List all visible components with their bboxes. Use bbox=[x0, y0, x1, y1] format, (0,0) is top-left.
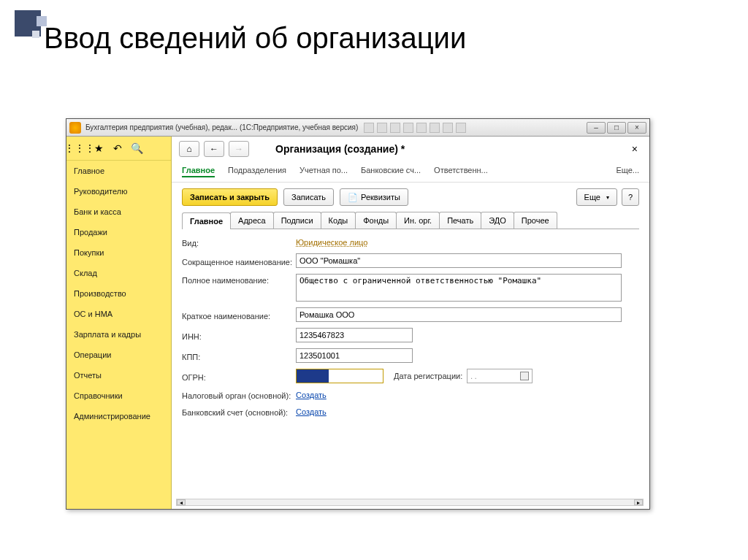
scroll-right-icon[interactable]: ▸ bbox=[634, 499, 643, 505]
sidebar-item-manager[interactable]: Руководителю bbox=[66, 181, 171, 202]
calc-icon[interactable] bbox=[416, 123, 427, 133]
window-title: Бухгалтерия предприятия (учебная), редак… bbox=[85, 123, 358, 131]
requisites-button[interactable]: 📄Реквизиты bbox=[340, 188, 408, 206]
sidebar-item-assets[interactable]: ОС и НМА bbox=[66, 304, 171, 324]
bank-label: Банковский счет (основной): bbox=[182, 406, 296, 417]
sidebar-item-main[interactable]: Главное bbox=[66, 161, 171, 181]
sub-tabs: Главное Адреса Подписи Коды Фонды Ин. ор… bbox=[182, 212, 639, 229]
app-logo-icon bbox=[69, 122, 81, 134]
action-row: Записать и закрыть Записать 📄Реквизиты Е… bbox=[172, 183, 649, 212]
minimize-button[interactable]: – bbox=[587, 122, 606, 134]
tab-accounting[interactable]: Учетная по... bbox=[299, 164, 348, 177]
sheet-icon: 📄 bbox=[348, 193, 358, 202]
tab-bank-accounts[interactable]: Банковские сч... bbox=[361, 164, 421, 177]
subtab-foreign[interactable]: Ин. орг. bbox=[396, 212, 440, 229]
brief-name-input[interactable] bbox=[296, 307, 622, 322]
scroll-left-icon[interactable]: ◂ bbox=[177, 499, 186, 505]
apps-icon[interactable]: ⋮⋮⋮ bbox=[74, 142, 85, 154]
window-titlebar: Бухгалтерия предприятия (учебная), редак… bbox=[66, 119, 649, 137]
clock-icon[interactable] bbox=[403, 123, 413, 133]
sidebar-item-reports[interactable]: Отчеты bbox=[66, 365, 171, 386]
app-window: Бухгалтерия предприятия (учебная), редак… bbox=[66, 118, 650, 510]
subtab-main[interactable]: Главное bbox=[182, 212, 231, 229]
forward-button[interactable]: → bbox=[229, 141, 249, 157]
subtab-codes[interactable]: Коды bbox=[321, 212, 356, 229]
tab-responsible[interactable]: Ответственн... bbox=[434, 164, 488, 177]
full-name-label: Полное наименование: bbox=[182, 274, 296, 285]
short-name-label: Сокращенное наименование: bbox=[182, 256, 296, 266]
favorite-star-icon[interactable]: ★ bbox=[93, 142, 104, 154]
more-actions-button[interactable]: Еще bbox=[576, 188, 617, 206]
info-icon[interactable] bbox=[456, 123, 466, 133]
maximize-button[interactable]: □ bbox=[607, 122, 626, 134]
sidebar: ⋮⋮⋮ ★ ↶ 🔍 Главное Руководителю Банк и ка… bbox=[66, 137, 172, 509]
sidebar-item-hr[interactable]: Зарплата и кадры bbox=[66, 324, 171, 345]
tax-label: Налоговый орган (основной): bbox=[182, 389, 296, 400]
search-icon[interactable]: 🔍 bbox=[131, 142, 142, 154]
tax-create-link[interactable]: Создать bbox=[296, 391, 327, 399]
sidebar-item-bank[interactable]: Банк и касса bbox=[66, 202, 171, 222]
print-icon[interactable] bbox=[364, 123, 374, 133]
back-button[interactable]: ← bbox=[204, 141, 224, 157]
full-name-input[interactable]: Общество с ограниченной ответственностью… bbox=[296, 274, 622, 302]
help-button[interactable]: ? bbox=[622, 188, 639, 206]
bank-create-link[interactable]: Создать bbox=[296, 407, 327, 416]
subtab-print[interactable]: Печать bbox=[439, 212, 481, 229]
reg-date-label: Дата регистрации: bbox=[394, 372, 462, 380]
short-name-input[interactable] bbox=[296, 253, 622, 268]
sidebar-item-directories[interactable]: Справочники bbox=[66, 386, 171, 406]
subtab-funds[interactable]: Фонды bbox=[355, 212, 397, 229]
ogrn-selection bbox=[297, 369, 329, 383]
calendar-icon[interactable] bbox=[520, 372, 529, 380]
save-button[interactable]: Записать bbox=[283, 188, 334, 206]
star-icon[interactable] bbox=[390, 123, 400, 133]
page-title: Организация (создание) * bbox=[275, 143, 405, 155]
tab-main[interactable]: Главное bbox=[182, 164, 215, 177]
subtab-signatures[interactable]: Подписи bbox=[273, 212, 321, 229]
horizontal-scrollbar[interactable]: ◂ ▸ bbox=[176, 499, 644, 506]
org-form: Вид: Юридическое лицо Сокращенное наимен… bbox=[172, 229, 649, 430]
subtab-edo[interactable]: ЭДО bbox=[481, 212, 514, 229]
inn-input[interactable] bbox=[296, 328, 413, 342]
sidebar-item-purchases[interactable]: Покупки bbox=[66, 242, 171, 263]
home-button[interactable]: ⌂ bbox=[179, 141, 199, 157]
type-value-link[interactable]: Юридическое лицо bbox=[296, 238, 367, 247]
kpp-label: КПП: bbox=[182, 350, 296, 361]
tab-departments[interactable]: Подразделения bbox=[228, 164, 286, 177]
subtab-other[interactable]: Прочее bbox=[514, 212, 557, 229]
sidebar-item-warehouse[interactable]: Склад bbox=[66, 263, 171, 283]
type-label: Вид: bbox=[182, 237, 296, 248]
close-window-button[interactable]: × bbox=[627, 122, 646, 134]
kpp-input[interactable] bbox=[296, 348, 413, 363]
m-minus-icon[interactable] bbox=[430, 123, 440, 133]
slide-heading: Ввод сведений об организации bbox=[0, 0, 748, 62]
sidebar-item-production[interactable]: Производство bbox=[66, 283, 171, 304]
tab-more[interactable]: Еще... bbox=[616, 164, 639, 177]
inn-label: ИНН: bbox=[182, 330, 296, 341]
save-close-button[interactable]: Записать и закрыть bbox=[182, 188, 278, 206]
main-pane: ⌂ ← → Организация (создание) * × Главное… bbox=[172, 137, 649, 509]
ogrn-label: ОГРН: bbox=[182, 371, 296, 382]
ogrn-input[interactable] bbox=[296, 369, 383, 383]
reg-date-input[interactable]: . . bbox=[467, 369, 533, 383]
subtab-addresses[interactable]: Адреса bbox=[230, 212, 274, 229]
sidebar-item-operations[interactable]: Операции bbox=[66, 345, 171, 365]
brief-name-label: Краткое наименование: bbox=[182, 310, 296, 321]
m-plus-icon[interactable] bbox=[443, 123, 453, 133]
main-tabs: Главное Подразделения Учетная по... Банк… bbox=[172, 161, 649, 183]
titlebar-tool-icons bbox=[364, 123, 466, 133]
sidebar-item-sales[interactable]: Продажи bbox=[66, 222, 171, 242]
tool-icon[interactable] bbox=[377, 123, 387, 133]
close-page-button[interactable]: × bbox=[627, 143, 642, 155]
history-icon[interactable]: ↶ bbox=[112, 142, 123, 154]
sidebar-item-admin[interactable]: Администрирование bbox=[66, 406, 171, 426]
